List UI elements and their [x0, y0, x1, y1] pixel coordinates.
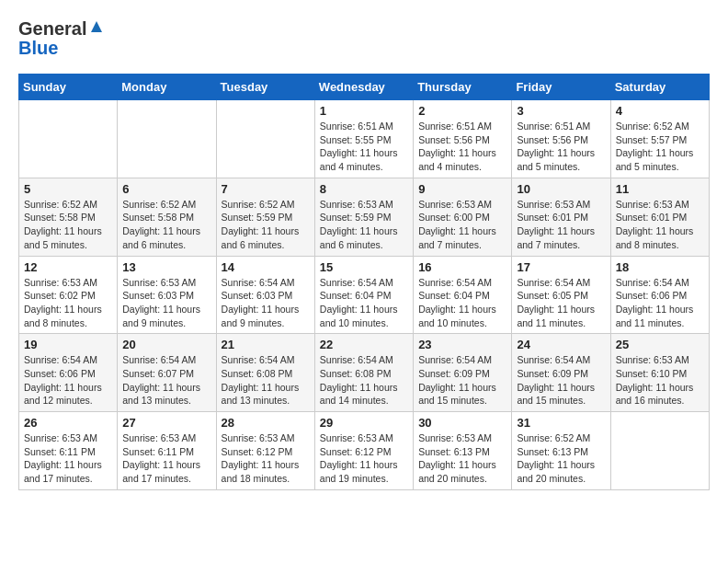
day-info: Sunrise: 6:51 AM Sunset: 5:56 PM Dayligh… — [517, 120, 605, 174]
logo-general: General — [18, 18, 86, 40]
calendar-week-3: 12Sunrise: 6:53 AM Sunset: 6:02 PM Dayli… — [19, 256, 710, 334]
day-info: Sunrise: 6:54 AM Sunset: 6:09 PM Dayligh… — [418, 353, 506, 408]
calendar-cell: 20Sunrise: 6:54 AM Sunset: 6:07 PM Dayli… — [118, 334, 216, 412]
calendar-cell: 15Sunrise: 6:54 AM Sunset: 6:04 PM Dayli… — [314, 256, 413, 334]
calendar-week-5: 26Sunrise: 6:53 AM Sunset: 6:11 PM Dayli… — [19, 412, 710, 490]
day-number: 4 — [616, 104, 704, 118]
day-number: 11 — [616, 182, 704, 196]
day-info: Sunrise: 6:53 AM Sunset: 6:00 PM Dayligh… — [418, 198, 506, 252]
day-info: Sunrise: 6:53 AM Sunset: 6:12 PM Dayligh… — [320, 431, 408, 486]
calendar-cell: 5Sunrise: 6:52 AM Sunset: 5:58 PM Daylig… — [19, 178, 118, 256]
day-info: Sunrise: 6:53 AM Sunset: 6:13 PM Dayligh… — [418, 431, 506, 486]
calendar-week-4: 19Sunrise: 6:54 AM Sunset: 6:06 PM Dayli… — [19, 334, 710, 412]
weekday-saturday: Saturday — [610, 75, 709, 100]
day-info: Sunrise: 6:54 AM Sunset: 6:03 PM Dayligh… — [222, 276, 310, 330]
day-info: Sunrise: 6:53 AM Sunset: 6:10 PM Dayligh… — [616, 353, 704, 408]
calendar-cell: 12Sunrise: 6:53 AM Sunset: 6:02 PM Dayli… — [19, 256, 118, 334]
day-number: 5 — [24, 182, 112, 196]
day-number: 9 — [418, 182, 506, 196]
calendar-table: SundayMondayTuesdayWednesdayThursdayFrid… — [18, 74, 710, 490]
day-number: 2 — [418, 104, 506, 118]
logo-blue: Blue — [18, 38, 104, 59]
day-info: Sunrise: 6:51 AM Sunset: 5:55 PM Dayligh… — [320, 120, 408, 174]
day-number: 29 — [320, 416, 408, 430]
logo: General Blue — [18, 18, 104, 59]
calendar-cell — [118, 100, 216, 178]
calendar-cell: 21Sunrise: 6:54 AM Sunset: 6:08 PM Dayli… — [216, 334, 314, 412]
calendar-cell: 8Sunrise: 6:53 AM Sunset: 5:59 PM Daylig… — [314, 178, 413, 256]
day-info: Sunrise: 6:54 AM Sunset: 6:04 PM Dayligh… — [418, 276, 506, 330]
day-info: Sunrise: 6:52 AM Sunset: 5:58 PM Dayligh… — [24, 198, 112, 252]
day-number: 10 — [517, 182, 605, 196]
day-number: 24 — [517, 338, 605, 351]
day-info: Sunrise: 6:54 AM Sunset: 6:09 PM Dayligh… — [517, 353, 605, 408]
page-header: General Blue — [18, 18, 710, 59]
calendar-cell: 3Sunrise: 6:51 AM Sunset: 5:56 PM Daylig… — [512, 100, 610, 178]
day-number: 14 — [222, 260, 310, 274]
calendar-cell: 26Sunrise: 6:53 AM Sunset: 6:11 PM Dayli… — [19, 412, 118, 490]
calendar-cell: 19Sunrise: 6:54 AM Sunset: 6:06 PM Dayli… — [19, 334, 118, 412]
day-number: 19 — [24, 338, 112, 351]
logo-icon — [89, 19, 104, 34]
weekday-sunday: Sunday — [19, 75, 118, 100]
day-number: 28 — [222, 416, 310, 430]
day-number: 22 — [320, 338, 408, 351]
day-number: 3 — [517, 104, 605, 118]
weekday-wednesday: Wednesday — [314, 75, 413, 100]
calendar-cell: 16Sunrise: 6:54 AM Sunset: 6:04 PM Dayli… — [414, 256, 512, 334]
calendar-cell: 24Sunrise: 6:54 AM Sunset: 6:09 PM Dayli… — [512, 334, 610, 412]
calendar-week-2: 5Sunrise: 6:52 AM Sunset: 5:58 PM Daylig… — [19, 178, 710, 256]
day-number: 12 — [24, 260, 112, 274]
day-number: 7 — [222, 182, 310, 196]
calendar-week-1: 1Sunrise: 6:51 AM Sunset: 5:55 PM Daylig… — [19, 100, 710, 178]
day-info: Sunrise: 6:54 AM Sunset: 6:04 PM Dayligh… — [320, 276, 408, 330]
calendar-cell: 29Sunrise: 6:53 AM Sunset: 6:12 PM Dayli… — [314, 412, 413, 490]
day-number: 23 — [418, 338, 506, 351]
calendar-cell: 4Sunrise: 6:52 AM Sunset: 5:57 PM Daylig… — [610, 100, 709, 178]
day-info: Sunrise: 6:53 AM Sunset: 6:01 PM Dayligh… — [517, 198, 605, 252]
calendar-cell: 13Sunrise: 6:53 AM Sunset: 6:03 PM Dayli… — [118, 256, 216, 334]
day-info: Sunrise: 6:54 AM Sunset: 6:07 PM Dayligh… — [122, 353, 210, 408]
svg-marker-0 — [91, 21, 102, 32]
weekday-thursday: Thursday — [414, 75, 512, 100]
calendar-cell: 2Sunrise: 6:51 AM Sunset: 5:56 PM Daylig… — [414, 100, 512, 178]
day-info: Sunrise: 6:54 AM Sunset: 6:06 PM Dayligh… — [24, 353, 112, 408]
day-info: Sunrise: 6:52 AM Sunset: 5:59 PM Dayligh… — [222, 198, 310, 252]
day-info: Sunrise: 6:52 AM Sunset: 5:58 PM Dayligh… — [122, 198, 210, 252]
day-info: Sunrise: 6:53 AM Sunset: 6:02 PM Dayligh… — [24, 276, 112, 330]
day-number: 27 — [122, 416, 210, 430]
weekday-tuesday: Tuesday — [216, 75, 314, 100]
calendar-cell: 11Sunrise: 6:53 AM Sunset: 6:01 PM Dayli… — [610, 178, 709, 256]
day-info: Sunrise: 6:52 AM Sunset: 6:13 PM Dayligh… — [517, 431, 605, 486]
day-number: 13 — [122, 260, 210, 274]
calendar-cell: 25Sunrise: 6:53 AM Sunset: 6:10 PM Dayli… — [610, 334, 709, 412]
day-number: 31 — [517, 416, 605, 430]
calendar-cell: 18Sunrise: 6:54 AM Sunset: 6:06 PM Dayli… — [610, 256, 709, 334]
calendar-cell: 14Sunrise: 6:54 AM Sunset: 6:03 PM Dayli… — [216, 256, 314, 334]
calendar-cell: 31Sunrise: 6:52 AM Sunset: 6:13 PM Dayli… — [512, 412, 610, 490]
day-number: 21 — [222, 338, 310, 351]
calendar-body: 1Sunrise: 6:51 AM Sunset: 5:55 PM Daylig… — [19, 100, 710, 490]
calendar-cell — [216, 100, 314, 178]
day-number: 25 — [616, 338, 704, 351]
day-info: Sunrise: 6:54 AM Sunset: 6:05 PM Dayligh… — [517, 276, 605, 330]
calendar-cell: 1Sunrise: 6:51 AM Sunset: 5:55 PM Daylig… — [314, 100, 413, 178]
weekday-friday: Friday — [512, 75, 610, 100]
calendar-cell: 6Sunrise: 6:52 AM Sunset: 5:58 PM Daylig… — [118, 178, 216, 256]
day-number: 26 — [24, 416, 112, 430]
day-info: Sunrise: 6:52 AM Sunset: 5:57 PM Dayligh… — [616, 120, 704, 174]
day-info: Sunrise: 6:53 AM Sunset: 6:11 PM Dayligh… — [24, 431, 112, 486]
day-number: 15 — [320, 260, 408, 274]
day-number: 1 — [320, 104, 408, 118]
calendar-cell: 28Sunrise: 6:53 AM Sunset: 6:12 PM Dayli… — [216, 412, 314, 490]
calendar-cell — [610, 412, 709, 490]
calendar-cell: 10Sunrise: 6:53 AM Sunset: 6:01 PM Dayli… — [512, 178, 610, 256]
calendar-cell: 30Sunrise: 6:53 AM Sunset: 6:13 PM Dayli… — [414, 412, 512, 490]
day-number: 16 — [418, 260, 506, 274]
calendar-cell: 9Sunrise: 6:53 AM Sunset: 6:00 PM Daylig… — [414, 178, 512, 256]
day-info: Sunrise: 6:54 AM Sunset: 6:06 PM Dayligh… — [616, 276, 704, 330]
day-info: Sunrise: 6:53 AM Sunset: 6:12 PM Dayligh… — [222, 431, 310, 486]
day-number: 8 — [320, 182, 408, 196]
calendar-cell: 27Sunrise: 6:53 AM Sunset: 6:11 PM Dayli… — [118, 412, 216, 490]
day-info: Sunrise: 6:54 AM Sunset: 6:08 PM Dayligh… — [320, 353, 408, 408]
